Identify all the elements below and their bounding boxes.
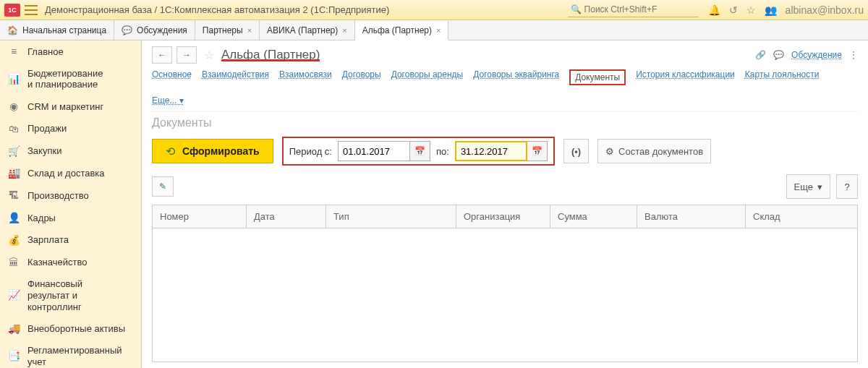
date-to-input[interactable] (455, 141, 527, 161)
nav-forward-button[interactable]: → (176, 46, 197, 64)
calendar-icon[interactable]: 📅 (527, 141, 548, 161)
close-icon[interactable]: × (436, 26, 441, 35)
tab-partners[interactable]: Партнеры × (195, 20, 260, 40)
col-org[interactable]: Организация (456, 205, 550, 228)
subnav-rent[interactable]: Договоры аренды (391, 69, 464, 85)
toolbar: ⟲ Сформировать Период с: 📅 по: 📅 (•) ⚙ С… (152, 137, 858, 166)
col-warehouse[interactable]: Склад (746, 205, 857, 228)
edit-button[interactable]: ✎ (152, 176, 174, 197)
close-icon[interactable]: × (342, 26, 346, 35)
user-label[interactable]: albinax@inbox.ru (786, 4, 864, 16)
sidebar-item-finance[interactable]: 📈Финансовый результат и контроллинг (0, 273, 141, 317)
period-to-label: по: (436, 146, 449, 157)
subnav-main[interactable]: Основное (152, 69, 192, 85)
person-icon: 👤 (7, 212, 20, 224)
app-logo: 1C (4, 4, 20, 17)
page-title: Альфа (Партнер) (221, 48, 320, 62)
refresh-icon: ⟲ (166, 145, 175, 158)
gear-icon: ⚙ (605, 146, 614, 157)
subnav-acquiring[interactable]: Договоры эквайринга (473, 69, 559, 85)
factory-icon: 🏭 (7, 167, 20, 179)
subnav-documents[interactable]: Документы (569, 69, 626, 85)
tab-avika[interactable]: АВИКА (Партнер) × (260, 20, 355, 40)
menu-icon[interactable] (25, 5, 38, 15)
close-icon[interactable]: × (247, 26, 252, 35)
sidebar-item-production[interactable]: 🏗Производство (0, 184, 141, 207)
section-title: Документы (152, 116, 858, 129)
col-date[interactable]: Дата (247, 205, 326, 228)
favorite-icon[interactable]: ☆ (204, 48, 214, 62)
star-icon[interactable]: ☆ (746, 4, 756, 16)
nav-back-button[interactable]: ← (152, 46, 172, 64)
help-button[interactable]: ? (836, 174, 858, 199)
subnav-relations[interactable]: Взаимосвязи (279, 69, 332, 85)
sidebar: ≡Главное 📊Бюджетирование и планирование … (0, 40, 142, 368)
subnav-interactions[interactable]: Взаимодействия (202, 69, 269, 85)
subnav-loyalty[interactable]: Карты лояльности (745, 69, 820, 85)
subnav-contracts[interactable]: Договоры (342, 69, 381, 85)
sidebar-item-warehouse[interactable]: 🏭Склад и доставка (0, 162, 141, 184)
list-icon: ≡ (7, 46, 20, 58)
sidebar-item-main[interactable]: ≡Главное (0, 40, 141, 63)
sidebar-item-salary[interactable]: 💰Зарплата (0, 229, 141, 252)
sub-nav: Основное Взаимодействия Взаимосвязи Дого… (152, 67, 858, 112)
generate-button[interactable]: ⟲ Сформировать (152, 139, 273, 163)
link-icon[interactable]: 🔗 (755, 50, 766, 60)
bell-icon[interactable]: 🔔 (708, 4, 720, 16)
home-tab[interactable]: 🏠 Начальная страница (0, 20, 114, 40)
tab-alpha[interactable]: Альфа (Партнер) × (355, 21, 449, 40)
tab-bar: 🏠 Начальная страница 💬 Обсуждения Партне… (0, 20, 868, 40)
graph-icon: 📈 (7, 289, 20, 301)
search-box[interactable]: 🔍 (568, 3, 698, 17)
search-icon: 🔍 (571, 4, 582, 14)
crane-icon: 🏗 (7, 189, 20, 202)
app-title: Демонстрационная база / 1С:Комплексная а… (45, 4, 389, 15)
docs-composition-button[interactable]: ⚙ Состав документов (597, 139, 711, 163)
grid-header: Номер Дата Тип Организация Сумма Валюта … (153, 205, 857, 228)
sidebar-item-treasury[interactable]: 🏛Казначейство (0, 252, 141, 274)
sidebar-item-crm[interactable]: ◉CRM и маркетинг (0, 95, 141, 118)
title-bar: 1C Демонстрационная база / 1С:Комплексна… (0, 0, 868, 20)
col-type[interactable]: Тип (326, 205, 456, 228)
edit-row: ✎ Еще ▾ ? (152, 174, 858, 199)
period-group: Период с: 📅 по: 📅 (282, 137, 555, 166)
history-icon[interactable]: ↺ (729, 4, 738, 16)
tab-discussions[interactable]: 💬 Обсуждения (114, 20, 195, 40)
expand-button[interactable]: (•) (563, 139, 589, 163)
chat-icon: 💬 (122, 25, 132, 35)
subnav-history[interactable]: История классификации (636, 69, 735, 85)
bank-icon: 🏛 (7, 257, 20, 269)
money-icon: 💰 (7, 234, 20, 247)
sidebar-item-hr[interactable]: 👤Кадры (0, 207, 141, 229)
col-number[interactable]: Номер (153, 205, 247, 228)
truck-icon: 🚚 (7, 322, 20, 335)
subnav-more[interactable]: Еще... ▾ (152, 95, 184, 106)
search-input[interactable] (584, 4, 693, 14)
content: ← → ☆ Альфа (Партнер) 🔗 💬 Обсуждение ⋮ О… (142, 40, 868, 368)
discuss-link[interactable]: Обсуждение (791, 50, 842, 60)
more-icon[interactable]: ⋮ (849, 50, 858, 60)
date-from-input[interactable] (338, 141, 410, 161)
target-icon: ◉ (7, 100, 20, 113)
col-currency[interactable]: Валюта (637, 205, 746, 228)
calendar-icon[interactable]: 📅 (410, 141, 430, 161)
users-icon[interactable]: 👥 (765, 4, 777, 16)
sidebar-item-sales[interactable]: 🛍Продажи (0, 118, 141, 140)
sidebar-item-budget[interactable]: 📊Бюджетирование и планирование (0, 63, 141, 95)
home-icon: 🏠 (7, 25, 18, 35)
docs-icon: 📑 (7, 350, 20, 362)
top-actions: 🔔 ↺ ☆ 👥 albinax@inbox.ru (708, 4, 864, 16)
form-header: ← → ☆ Альфа (Партнер) 🔗 💬 Обсуждение ⋮ (152, 46, 858, 64)
sidebar-item-regulated[interactable]: 📑Регламентированный учет (0, 340, 141, 368)
more-button[interactable]: Еще ▾ (786, 174, 830, 199)
col-sum[interactable]: Сумма (550, 205, 637, 228)
bag-icon: 🛍 (7, 123, 20, 135)
documents-grid[interactable]: Номер Дата Тип Организация Сумма Валюта … (152, 205, 858, 362)
chat-icon[interactable]: 💬 (773, 50, 784, 60)
home-label: Начальная страница (22, 25, 106, 35)
cart-icon: 🛒 (7, 145, 20, 158)
period-from-label: Период с: (289, 146, 332, 157)
sidebar-item-assets[interactable]: 🚚Внеоборотные активы (0, 317, 141, 340)
sidebar-item-purchases[interactable]: 🛒Закупки (0, 140, 141, 163)
chart-icon: 📊 (7, 73, 20, 85)
